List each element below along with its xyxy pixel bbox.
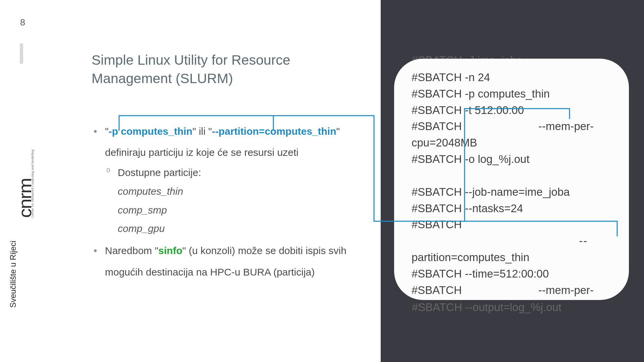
slide-body: "-p computes_thin" ili "--partition=comp… <box>92 121 380 285</box>
code-line: #SBATCH -t 512:00:00 <box>412 102 611 119</box>
code-frag: #SBATCH <box>412 218 462 231</box>
text: definiraju particiju iz koje će se resur… <box>105 147 299 158</box>
code-line: #SBATCH -p computes_thin <box>412 86 611 102</box>
code-blank <box>412 168 611 184</box>
command-sinfo: sinfo <box>158 245 182 256</box>
code-frag: #SBATCH <box>412 284 462 296</box>
text: " <box>336 126 340 137</box>
page-number: 8 <box>20 17 25 28</box>
sublist-head: Dostupne particije: <box>105 163 380 182</box>
code-line: partition=computes_thin <box>412 249 611 266</box>
title-marker <box>20 44 23 64</box>
option-short: -p computes_thin <box>109 126 193 137</box>
code-line: #SBATCH --job-name=ime_joba <box>412 184 611 200</box>
slide-title: Simple Linux Utility for Resource Manage… <box>92 51 333 88</box>
code-line: #SBATCH --time=512:00:00 <box>412 266 611 282</box>
code-frag: --mem-per- <box>538 120 594 132</box>
code-line: #SBATCH --ntasks=24 <box>412 200 611 217</box>
code-line: #SBATCH -n 24 <box>412 69 611 86</box>
text: " ili " <box>193 126 212 137</box>
code-line: #SBATCH -- <box>412 217 611 249</box>
partition-item: computes_thin <box>105 182 380 201</box>
option-long: --partition=computes_thin <box>212 126 336 137</box>
partition-item: comp_gpu <box>105 219 380 238</box>
code-frag: -- <box>579 235 588 247</box>
bullet-partition: "-p computes_thin" ili "--partition=comp… <box>92 121 380 238</box>
code-line: #SBATCH -o log_%j.out <box>412 151 611 168</box>
partition-sublist: Dostupne particije: computes_thin comp_s… <box>105 163 380 238</box>
code-overflow-bottom: #SBATCH --output=log_%j.out <box>412 299 561 316</box>
sidebar-logo-sub: Center for Advanced Computing and Modell… <box>31 149 34 218</box>
code-line: cpu=2048MB <box>412 135 611 151</box>
code-card: #SBATCH -n 24 #SBATCH -p computes_thin #… <box>394 59 629 300</box>
text: " <box>105 126 109 137</box>
code-line: #SBATCH --mem-per- <box>412 282 611 299</box>
bullet-sinfo: Naredbom "sinfo" (u konzoli) može se dob… <box>92 240 380 283</box>
code-frag: --mem-per- <box>538 284 594 296</box>
text: Naredbom " <box>105 245 158 256</box>
code-frag: #SBATCH <box>412 120 462 132</box>
code-line: #SBATCH --mem-per- <box>412 118 611 135</box>
partition-item: comp_smp <box>105 201 380 220</box>
slide: 8 Sveučilište u Rijeci cnrm Center for A… <box>0 0 644 362</box>
